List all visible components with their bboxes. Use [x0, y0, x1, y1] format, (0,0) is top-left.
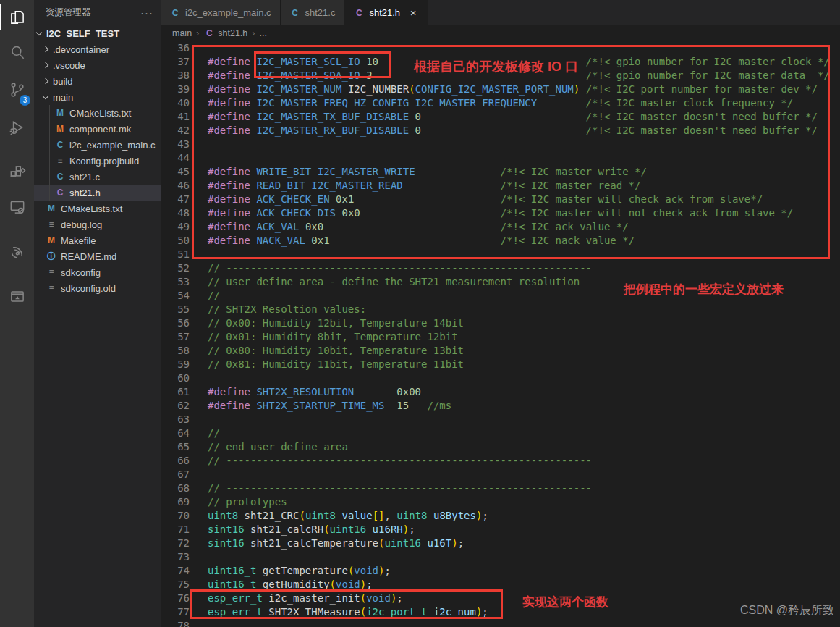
code-line-61: 61#define SHT2X_RESOLUTION 0x00 — [161, 385, 840, 399]
extensions-icon[interactable] — [0, 155, 34, 190]
code-line-45: 45#define WRITE_BIT I2C_MASTER_WRITE /*!… — [161, 165, 840, 179]
breadcrumb-folder[interactable]: main — [172, 28, 192, 38]
line-number[interactable]: 47 — [161, 193, 201, 206]
line-number[interactable]: 71 — [161, 523, 201, 536]
tree-item-component-mk[interactable]: Mcomponent.mk — [34, 121, 161, 137]
tree-item-sht21-h[interactable]: Csht21.h — [34, 185, 161, 201]
line-number[interactable]: 59 — [161, 358, 201, 371]
tree-item-main[interactable]: main — [34, 89, 161, 105]
tree-item-makefile[interactable]: MMakefile — [34, 232, 161, 248]
line-number[interactable]: 41 — [161, 110, 201, 124]
line-number[interactable]: 68 — [161, 481, 201, 495]
code-line-59: 59// 0x81: Humidity 11bit, Temperature 1… — [161, 358, 840, 371]
line-number[interactable]: 64 — [161, 426, 201, 440]
tree-item-cmakelists-txt[interactable]: MCMakeLists.txt — [34, 201, 161, 216]
indent-guide — [49, 105, 50, 201]
tree-item--vscode[interactable]: .vscode — [34, 57, 161, 73]
line-number[interactable]: 70 — [161, 509, 201, 523]
remote-explorer-icon[interactable] — [0, 190, 34, 224]
line-number[interactable]: 78 — [161, 619, 201, 627]
tree-root-i2c_self_test[interactable]: I2C_SELF_TEST — [34, 25, 161, 41]
line-number[interactable]: 69 — [161, 495, 201, 509]
breadcrumb[interactable]: main › C sht21.h › ... — [161, 25, 840, 41]
line-number[interactable]: 51 — [161, 248, 201, 261]
line-number[interactable]: 76 — [161, 592, 201, 605]
chevron-right-icon — [43, 78, 48, 84]
file-type-icon: M — [46, 203, 57, 214]
line-number[interactable]: 62 — [161, 399, 201, 413]
code-line-71: 71sint16 sht21_calcRH(uint16 u16RH); — [161, 523, 840, 536]
tab-sht21-c[interactable]: Csht21.c — [281, 0, 345, 25]
line-number[interactable]: 72 — [161, 536, 201, 550]
line-number[interactable]: 48 — [161, 206, 201, 220]
line-number[interactable]: 49 — [161, 220, 201, 234]
line-number[interactable]: 54 — [161, 289, 201, 303]
line-number[interactable]: 60 — [161, 371, 201, 385]
line-number[interactable]: 73 — [161, 550, 201, 564]
chevron-right-icon — [43, 46, 48, 52]
line-number[interactable]: 74 — [161, 564, 201, 578]
line-number[interactable]: 50 — [161, 234, 201, 248]
line-number[interactable]: 57 — [161, 330, 201, 344]
line-number[interactable]: 66 — [161, 454, 201, 468]
tab-sht21-h[interactable]: Csht21.h× — [344, 0, 428, 25]
code-line-46: 46#define READ_BIT I2C_MASTER_READ /*!< … — [161, 179, 840, 193]
line-number[interactable]: 55 — [161, 303, 201, 316]
line-number[interactable]: 40 — [161, 96, 201, 110]
line-number[interactable]: 75 — [161, 578, 201, 592]
code-line-53: 53// user define area - define the SHT21… — [161, 275, 840, 289]
line-number[interactable]: 67 — [161, 468, 201, 481]
line-number[interactable]: 44 — [161, 151, 201, 165]
breadcrumb-file[interactable]: sht21.h — [218, 28, 247, 38]
tree-item-readme-md[interactable]: ⓘREADME.md — [34, 248, 161, 264]
search-icon[interactable] — [0, 35, 34, 70]
line-number[interactable]: 56 — [161, 316, 201, 330]
line-number[interactable]: 61 — [161, 385, 201, 399]
line-number[interactable]: 42 — [161, 124, 201, 138]
line-number[interactable]: 46 — [161, 179, 201, 193]
run-debug-icon[interactable] — [0, 110, 34, 145]
code-editor[interactable]: 3637#define I2C_MASTER_SCL_IO 10 /*!< gp… — [161, 41, 840, 627]
line-number[interactable]: 58 — [161, 344, 201, 358]
code-line-43: 43 — [161, 138, 840, 151]
tree-item-sdkconfig[interactable]: ≡sdkconfig — [34, 264, 161, 280]
code-line-48: 48#define ACK_CHECK_DIS 0x0 /*!< I2C mas… — [161, 206, 840, 220]
tree-item-build[interactable]: build — [34, 73, 161, 89]
explorer-title: 资源管理器 — [46, 7, 91, 19]
tab-i2c-example-main-c[interactable]: Ci2c_example_main.c — [161, 0, 281, 25]
code-line-41: 41#define I2C_MASTER_TX_BUF_DISABLE 0 /*… — [161, 110, 840, 124]
chevron-down-icon — [43, 93, 48, 98]
close-icon[interactable]: × — [407, 7, 419, 19]
code-line-64: 64// — [161, 426, 840, 440]
line-number[interactable]: 45 — [161, 165, 201, 179]
tree-item-sdkconfig-old[interactable]: ≡sdkconfig.old — [34, 280, 161, 296]
tree-item-sht21-c[interactable]: Csht21.c — [34, 169, 161, 185]
breadcrumb-separator-icon: › — [252, 28, 255, 38]
line-number[interactable]: 43 — [161, 138, 201, 151]
esp-idf-explorer-icon[interactable] — [0, 279, 34, 314]
line-number[interactable]: 53 — [161, 275, 201, 289]
line-number[interactable]: 63 — [161, 413, 201, 426]
line-number[interactable]: 77 — [161, 605, 201, 619]
line-number[interactable]: 39 — [161, 83, 201, 96]
c-file-icon: C — [353, 8, 365, 18]
line-number[interactable]: 36 — [161, 41, 201, 55]
tree-item-cmakelists-txt[interactable]: MCMakeLists.txt — [34, 105, 161, 121]
line-number[interactable]: 37 — [161, 55, 201, 69]
tree-item--devcontainer[interactable]: .devcontainer — [34, 41, 161, 57]
source-control-icon[interactable]: 3 — [0, 70, 34, 110]
explorer-icon[interactable] — [0, 0, 34, 35]
line-number[interactable]: 52 — [161, 261, 201, 275]
more-actions-icon[interactable]: ··· — [140, 7, 153, 19]
file-type-icon: M — [46, 235, 57, 245]
code-line-55: 55// SHT2X Resoltion values: — [161, 303, 840, 316]
tree-item-i2c-example-main-c[interactable]: Ci2c_example_main.c — [34, 137, 161, 153]
breadcrumb-symbol[interactable]: ... — [259, 28, 266, 38]
tree-item-debug-log[interactable]: ≡debug.log — [34, 216, 161, 232]
code-line-75: 75uint16_t getHumidity(void); — [161, 578, 840, 592]
tree-item-kconfig-projbuild[interactable]: ≡Kconfig.projbuild — [34, 153, 161, 169]
line-number[interactable]: 38 — [161, 69, 201, 83]
espressif-icon[interactable] — [0, 235, 34, 269]
line-number[interactable]: 65 — [161, 440, 201, 454]
code-line-70: 70uint8 sht21_CRC(uint8 value[], uint8 u… — [161, 509, 840, 523]
